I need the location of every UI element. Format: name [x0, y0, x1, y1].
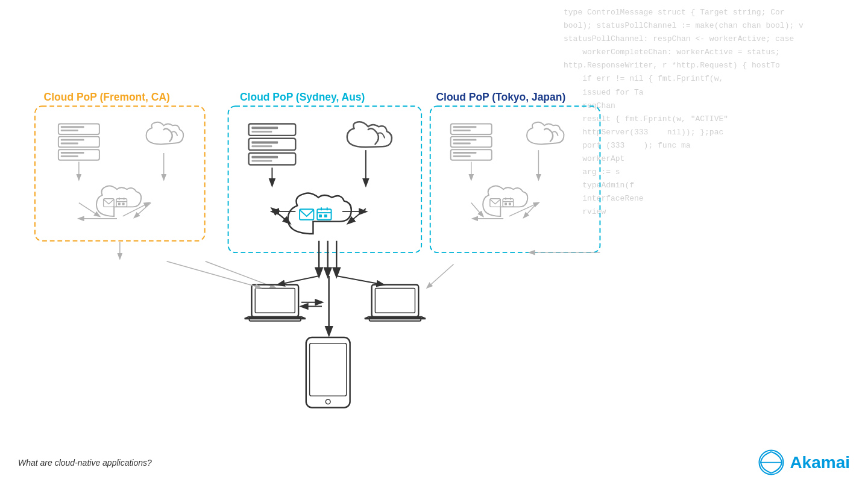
svg-rect-2 [61, 130, 78, 131]
svg-rect-51 [372, 285, 419, 317]
tokyo-pop-group: Cloud PoP (Tokyo, Japan) [430, 91, 600, 253]
akamai-logo: Akamai [758, 449, 850, 476]
fremont-to-laptop-arrow [167, 261, 260, 288]
svg-rect-4 [61, 139, 84, 141]
laptop-right-icon [365, 285, 426, 321]
footer-question: What are cloud-native applications? [18, 458, 152, 468]
svg-rect-47 [509, 203, 511, 205]
svg-rect-40 [453, 155, 471, 157]
svg-rect-1 [61, 126, 84, 128]
fremont-cloud-services [96, 186, 141, 216]
svg-rect-49 [255, 288, 295, 313]
akamai-logo-icon [758, 449, 785, 476]
tokyo-title: Cloud PoP (Tokyo, Japan) [436, 91, 565, 103]
sydney-title: Cloud PoP (Sydney, Aus) [240, 91, 365, 103]
footer: What are cloud-native applications? Akam… [18, 449, 850, 476]
svg-rect-23 [251, 156, 278, 158]
tokyo-cloud-services [483, 186, 527, 216]
tokyo-server-icon [451, 124, 492, 160]
sydney-pop-group: Cloud PoP (Sydney, Aus) [228, 91, 422, 276]
tokyo-arrow-to-cloud [471, 203, 483, 216]
tokyo-box [430, 106, 600, 252]
sydney-mysql-icon [347, 122, 392, 147]
main-diagram: Cloud PoP (Fremont, CA) [0, 30, 603, 440]
fremont-pop-group: Cloud PoP (Fremont, CA) [35, 91, 205, 258]
svg-rect-0 [58, 124, 99, 134]
phone-icon [306, 337, 350, 408]
tokyo-to-laptop-arrow [427, 264, 454, 288]
svg-rect-6 [58, 149, 99, 160]
svg-rect-34 [453, 130, 471, 131]
sydney-cloud-services [288, 193, 351, 234]
svg-rect-25 [300, 209, 313, 219]
svg-point-56 [326, 399, 330, 404]
svg-rect-9 [104, 199, 114, 207]
svg-rect-8 [61, 155, 78, 157]
sydney-to-right-laptop-arrow [336, 276, 383, 285]
svg-rect-16 [249, 124, 296, 135]
svg-rect-24 [251, 160, 272, 162]
svg-rect-19 [249, 139, 296, 150]
fremont-mysql-icon [146, 122, 184, 145]
laptop-left-icon [245, 285, 306, 321]
fremont-arrow-right-to-cloud [134, 203, 151, 217]
svg-rect-41 [490, 199, 500, 207]
tokyo-arrow-right-to-cloud [524, 203, 537, 217]
svg-rect-7 [61, 152, 84, 154]
svg-rect-36 [453, 139, 477, 141]
fremont-to-center-arrow [206, 261, 275, 288]
svg-rect-17 [251, 127, 278, 129]
svg-rect-35 [451, 137, 492, 147]
sydney-arrow-from-cloud-left [272, 208, 289, 223]
svg-rect-46 [505, 203, 507, 205]
svg-rect-55 [310, 343, 347, 396]
svg-rect-14 [118, 203, 121, 205]
akamai-logo-text: Akamai [790, 453, 850, 472]
fremont-server-icon [58, 124, 99, 160]
svg-rect-48 [251, 285, 298, 317]
svg-rect-31 [324, 214, 327, 217]
fremont-title: Cloud PoP (Fremont, CA) [44, 91, 170, 103]
svg-rect-52 [375, 288, 415, 313]
sydney-to-left-laptop-arrow [278, 276, 319, 285]
svg-rect-22 [249, 153, 296, 164]
svg-rect-15 [122, 203, 125, 205]
svg-rect-38 [451, 149, 492, 160]
svg-rect-39 [453, 152, 477, 154]
svg-rect-54 [306, 337, 350, 408]
svg-rect-32 [451, 124, 492, 134]
sydney-server-icon [249, 124, 296, 164]
svg-rect-30 [319, 214, 322, 217]
svg-rect-10 [116, 199, 127, 207]
tokyo-mysql-icon [527, 122, 564, 145]
svg-rect-3 [58, 137, 99, 147]
svg-rect-5 [61, 143, 78, 145]
svg-rect-42 [503, 199, 513, 207]
fremont-box [35, 106, 205, 240]
svg-rect-37 [453, 143, 471, 145]
svg-rect-18 [251, 131, 272, 133]
svg-rect-33 [453, 126, 477, 128]
svg-rect-21 [251, 145, 272, 147]
svg-rect-20 [251, 142, 278, 144]
